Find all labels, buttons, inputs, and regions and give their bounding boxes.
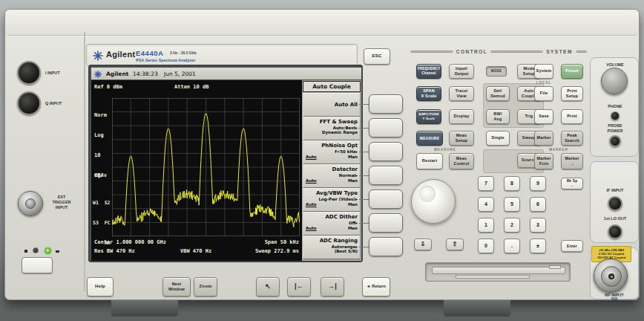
softkey-7[interactable] [369, 237, 403, 256]
key-decimal[interactable]: . [504, 239, 520, 253]
enter-key[interactable]: Enter [561, 240, 583, 252]
key-9[interactable]: 9 [530, 176, 546, 191]
print-setup-button[interactable]: PrintSetup [561, 86, 583, 101]
softmenu-key-adc-ranging[interactable]: ADC Ranging Autorange▸ (Best S/N) [303, 236, 361, 259]
softmenu-key-adc-dither[interactable]: ADC Dither Off▸ AutoMan [303, 212, 361, 236]
softkey-line [359, 223, 369, 224]
return-button[interactable]: ◄ Return [362, 277, 390, 296]
det-demod-button[interactable]: Det/Demod [486, 86, 510, 101]
esc-button[interactable]: ESC [364, 48, 390, 65]
span-xscale-button[interactable]: SPANX Scale [416, 86, 441, 101]
softkey-line [359, 104, 369, 105]
floppy-lip [456, 275, 530, 279]
peak-search-button[interactable]: PeakSearch [561, 131, 583, 146]
key-4-label: 4 [484, 201, 487, 207]
i-input-label: I INPUT [45, 71, 78, 76]
key-4[interactable]: 4 [478, 197, 494, 212]
key-1[interactable]: 1 [478, 218, 494, 233]
print-button[interactable]: Print [561, 109, 583, 124]
knob-dimple [419, 186, 436, 202]
input-output-button[interactable]: Input/Output [449, 64, 474, 79]
softkey-3[interactable] [369, 142, 403, 161]
backspace-key[interactable]: Bk Sp← [561, 178, 583, 189]
softmenu-label: PhNoise Opt [303, 141, 360, 149]
key-6-label: 6 [536, 201, 539, 207]
mc-line1: Meas [456, 156, 467, 161]
softmenu-key-auto-all[interactable]: Auto All [303, 93, 361, 117]
key-2[interactable]: 2 [504, 218, 520, 233]
key-plusminus-label: ± [536, 242, 539, 249]
amplitude-yscale-button[interactable]: AMPLITUDEY Scale [416, 109, 441, 124]
io-line2: Output [454, 71, 468, 77]
key-6[interactable]: 6 [530, 197, 546, 212]
rpg-knob[interactable] [411, 179, 456, 224]
probe-power-label: PROBE POWER [591, 123, 640, 134]
key-9-label: 9 [536, 180, 539, 187]
if-input-connector [608, 196, 622, 211]
marker-button[interactable]: Marker [534, 131, 553, 146]
preset-button[interactable]: Preset [561, 64, 583, 79]
tab-right-button[interactable]: →| [321, 277, 344, 296]
power-button[interactable] [22, 257, 53, 273]
softmenu-key-detector[interactable]: Detector Normal▸ AutoMan [303, 164, 361, 188]
trace-line1: Trace/ [455, 88, 467, 94]
key-plusminus[interactable]: ± [530, 239, 546, 253]
file-button[interactable]: File [534, 86, 553, 101]
lcd-titlebar: Agilent 14:38:23 Jun 5, 2001 [91, 68, 361, 80]
key-3-label: 3 [536, 221, 539, 228]
meas-control-button[interactable]: MeasControl [449, 153, 474, 169]
softmenu-auto: Auto [306, 202, 317, 207]
system-button[interactable]: System [534, 64, 553, 79]
marker-to-button[interactable]: Marker→ [561, 153, 583, 169]
lcd-screen-bezel: Agilent 14:38:23 Jun 5, 2001 Ref 0 dBm A… [88, 65, 363, 262]
up-arrow-button[interactable]: ⇧ [446, 239, 464, 250]
softmenu-key-phnoise-opt[interactable]: PhNoise Opt f<50 kHz▸ AutoMan [303, 140, 361, 164]
ms-line1: Meas [456, 133, 467, 138]
softkey-2[interactable] [369, 118, 403, 137]
key-5[interactable]: 5 [504, 197, 520, 212]
softkey-1[interactable] [369, 94, 403, 114]
restart-label: Restart [422, 158, 437, 163]
marker-fctn-button[interactable]: MarkerFctn [534, 153, 553, 169]
det-line2: Demod [490, 94, 505, 99]
floppy-eject-button[interactable] [549, 265, 561, 269]
key-3[interactable]: 3 [530, 218, 546, 233]
down-arrow-button[interactable]: ⇩ [414, 239, 432, 250]
tab-left-button[interactable]: |← [287, 277, 311, 296]
softmenu-key-avg-vbw-type[interactable]: Avg/VBW Type Log-Pwr (Video)▸ AutoMan [303, 188, 361, 212]
header-bar [410, 51, 453, 53]
single-button[interactable]: Single [486, 131, 510, 146]
softmenu-auto: Auto [306, 178, 317, 183]
ms-line2: Setup [456, 138, 467, 143]
restart-button[interactable]: Restart [416, 153, 443, 169]
key-5-label: 5 [510, 201, 513, 207]
mode-button[interactable]: MODE [486, 66, 507, 77]
lcd-date: Jun 5, 2001 [164, 71, 196, 77]
softkey-4[interactable] [369, 166, 403, 185]
floppy-drive[interactable] [425, 262, 571, 282]
next-window-button[interactable]: Next Window [162, 277, 191, 296]
active-function-button[interactable]: ↖ [256, 277, 280, 296]
volume-knob[interactable] [601, 68, 628, 94]
display-button[interactable]: Display [449, 109, 474, 124]
key-7[interactable]: 7 [478, 176, 494, 191]
trace-view-button[interactable]: Trace/View [449, 86, 474, 101]
ext-trigger-connector [18, 191, 43, 216]
next-window-line1: Next [172, 282, 182, 287]
softmenu-value: Normal▸ [303, 172, 360, 178]
help-button[interactable]: Help [87, 277, 114, 296]
meas-setup-button[interactable]: MeasSetup [449, 131, 474, 146]
softmenu-key-fft-sweep[interactable]: FFT & Sweep Auto:Best▸ Dynamic Range [303, 117, 361, 140]
softmenu-value: Autorange▸ [303, 244, 360, 249]
lcd-brand: Agilent [106, 71, 128, 77]
measure-button[interactable]: MEASURE [416, 131, 443, 146]
key-0[interactable]: 0 [478, 239, 494, 253]
softkey-6[interactable] [369, 213, 403, 233]
bw-avg-button[interactable]: BW/Avg [486, 109, 510, 124]
key-8[interactable]: 8 [504, 176, 520, 191]
save-button[interactable]: Save [534, 109, 553, 124]
zoom-button[interactable]: Zoom [194, 277, 217, 296]
frequency-channel-button[interactable]: FREQUENCYChannel [416, 64, 441, 79]
softkey-5[interactable] [369, 189, 403, 209]
measure-group-label: MEASURE [412, 148, 479, 152]
